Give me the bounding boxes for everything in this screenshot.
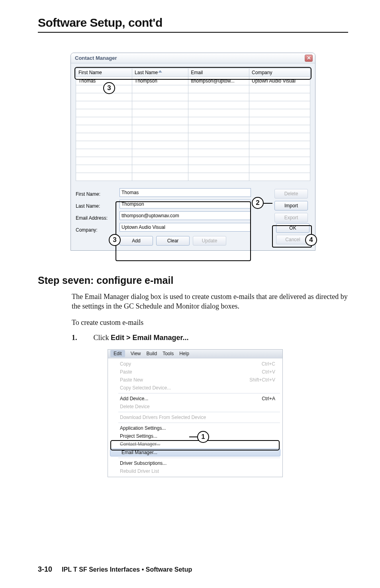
table-row xyxy=(76,101,310,109)
clear-button[interactable]: Clear xyxy=(156,236,190,246)
menu-sep xyxy=(118,393,280,393)
menu-deldev-label: Delete Device xyxy=(120,404,150,409)
menu-copysel: Copy Selected Device... xyxy=(109,384,282,392)
close-icon[interactable]: ✕ xyxy=(305,55,313,62)
ok-button[interactable]: OK xyxy=(276,223,309,233)
email-input[interactable] xyxy=(119,211,251,220)
edit-menu: Edit View Build Tools Help Copy Ctrl+C P… xyxy=(108,349,283,477)
step-heading: Step seven: configure e-mail xyxy=(38,275,348,286)
menu-appset[interactable]: Application Settings... xyxy=(109,424,282,432)
first-name-input[interactable] xyxy=(119,188,251,197)
table-row xyxy=(76,109,310,117)
col-last[interactable]: Last Name xyxy=(132,69,188,77)
callout-4: 4 xyxy=(305,234,317,246)
menu-copy: Copy Ctrl+C xyxy=(109,360,282,368)
add-button[interactable]: Add xyxy=(119,236,153,246)
table-row xyxy=(76,173,310,181)
menu-pastenew-sc: Shift+Ctrl+V xyxy=(249,377,275,383)
menu-projset[interactable]: Project Settings... xyxy=(109,432,282,440)
cancel-button: Cancel xyxy=(276,235,309,244)
menu-contact[interactable]: Contact Manager... xyxy=(109,440,282,448)
menu-bar: Edit View Build Tools Help xyxy=(108,350,282,358)
table-row xyxy=(76,93,310,101)
cell-last: Thompson xyxy=(132,77,188,85)
col-email[interactable]: Email xyxy=(188,69,249,77)
step-number: 1. xyxy=(72,334,92,342)
edit-menu-wrap: Edit View Build Tools Help Copy Ctrl+C P… xyxy=(108,349,283,477)
page-title: Software Setup, cont'd xyxy=(38,16,348,29)
import-button[interactable]: Import xyxy=(274,201,308,210)
menu-sep xyxy=(118,458,280,458)
menu-adddev[interactable]: Add Device... Ctrl+A xyxy=(109,395,282,403)
col-first[interactable]: First Name xyxy=(76,69,132,77)
menu-projset-label: Project Settings... xyxy=(120,433,157,439)
menu-paste-sc: Ctrl+V xyxy=(262,369,275,375)
menu-rebuild: Rebuild Driver List xyxy=(109,467,282,475)
sort-up-icon xyxy=(158,70,162,73)
menu-sep xyxy=(118,423,280,423)
col-company[interactable]: Company xyxy=(249,69,310,77)
menu-drvsub-label: Driver Subscriptions... xyxy=(120,460,166,466)
label-last: Last Name: xyxy=(76,200,112,212)
menu-copy-sc: Ctrl+C xyxy=(262,361,275,367)
cell-email: tthompson@uptow... xyxy=(188,77,249,85)
contact-dialog-wrap: 3 3 2 4 Contact Manager ✕ First Name Las… xyxy=(71,53,315,251)
menu-paste: Paste Ctrl+V xyxy=(109,368,282,376)
menu-drvsub[interactable]: Driver Subscriptions... xyxy=(109,459,282,467)
footer-text: IPL T SF Series Interfaces • Software Se… xyxy=(62,566,192,573)
callout-2: 2 xyxy=(252,197,264,209)
menubar-build[interactable]: Build xyxy=(146,351,157,356)
label-first: First Name: xyxy=(76,188,112,200)
callout-1: 1 xyxy=(197,431,209,443)
menubar-tools[interactable]: Tools xyxy=(163,351,174,356)
label-company: Company: xyxy=(76,224,112,236)
table-row xyxy=(76,157,310,165)
body-para-1: The Email Manager dialog box is used to … xyxy=(72,292,348,311)
menu-copy-label: Copy xyxy=(120,361,131,367)
ok-cancel-group: OK Cancel xyxy=(276,223,309,246)
bottom-buttons: Add Clear Update xyxy=(119,236,266,246)
menu-emailmgr[interactable]: Email Manager... xyxy=(110,448,280,456)
dialog-titlebar: Contact Manager ✕ xyxy=(71,53,315,63)
menubar-view[interactable]: View xyxy=(131,351,141,356)
menu-paste-label: Paste xyxy=(120,369,132,375)
cell-company: Uptown Audio Visual xyxy=(249,77,310,85)
menu-emailmgr-label: Email Manager... xyxy=(121,450,157,455)
step-1: 1. Click Edit > Email Manager... xyxy=(72,334,348,342)
lead-menu-1 xyxy=(189,437,197,437)
step-1-text: Click xyxy=(94,334,111,342)
title-rule xyxy=(38,32,348,33)
delete-button: Delete xyxy=(274,189,308,199)
cell-first: Thomas xyxy=(76,77,132,85)
menu-copysel-label: Copy Selected Device... xyxy=(120,385,171,391)
menu-deldev: Delete Device xyxy=(109,403,282,411)
menu-dldrv: Download Drivers From Selected Device xyxy=(109,413,282,421)
body-para-2: To create custom e-mails xyxy=(72,318,348,327)
table-row xyxy=(76,133,310,141)
menu-adddev-label: Add Device... xyxy=(120,396,148,401)
page-footer: 3-10 IPL T SF Series Interfaces • Softwa… xyxy=(38,565,192,574)
callout-3-top: 3 xyxy=(103,82,115,94)
menubar-edit[interactable]: Edit xyxy=(110,350,125,357)
update-button: Update xyxy=(193,236,226,246)
callout-3-bottom: 3 xyxy=(109,234,121,246)
menu-dldrv-label: Download Drivers From Selected Device xyxy=(120,415,206,420)
dialog-title: Contact Manager xyxy=(75,55,117,61)
menu-pastenew-label: Paste New xyxy=(120,377,143,383)
menu-list: Copy Ctrl+C Paste Ctrl+V Paste New Shift… xyxy=(108,358,282,477)
table-row xyxy=(76,141,310,149)
menu-appset-label: Application Settings... xyxy=(120,425,166,431)
table-row xyxy=(76,125,310,133)
table-row xyxy=(76,149,310,157)
lead-2 xyxy=(264,203,272,204)
col-last-label: Last Name xyxy=(135,70,158,75)
last-name-input[interactable] xyxy=(119,200,251,208)
menubar-help[interactable]: Help xyxy=(179,351,189,356)
page-number: 3-10 xyxy=(38,565,52,573)
menu-contact-label: Contact Manager... xyxy=(120,441,160,447)
company-input[interactable] xyxy=(119,223,251,232)
form-labels: First Name: Last Name: Email Address: Co… xyxy=(76,188,112,246)
table-row xyxy=(76,165,310,173)
step-1-bold: Edit > Email Manager... xyxy=(111,334,189,342)
table-row xyxy=(76,117,310,125)
